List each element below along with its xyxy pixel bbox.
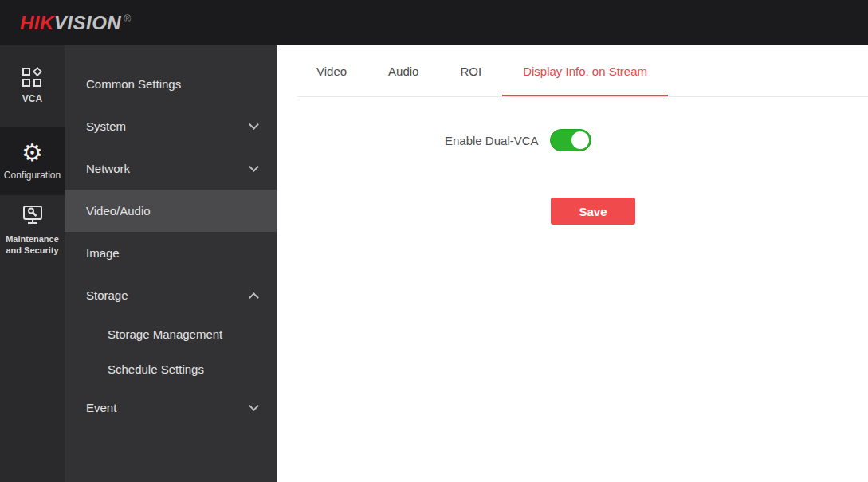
tab-bar: Video Audio ROI Display Info. on Stream [277, 45, 868, 96]
tab-bar-divider [297, 96, 868, 97]
menu-item-label: Schedule Settings [108, 362, 204, 376]
menu-item-video-audio[interactable]: Video/Audio [65, 190, 277, 232]
chevron-up-icon [249, 292, 259, 303]
vca-grid-icon [22, 68, 43, 88]
logo-hik-text: HIK [20, 12, 54, 33]
tab-display-info-on-stream[interactable]: Display Info. on Stream [523, 45, 647, 96]
enable-dual-vca-row: Enable Dual-VCA [445, 129, 868, 151]
menu-item-label: Network [86, 162, 130, 175]
menu-item-label: Common Settings [86, 77, 181, 91]
menu-item-storage-management[interactable]: Storage Management [65, 316, 277, 351]
menu-item-network[interactable]: Network [65, 147, 277, 190]
enable-dual-vca-toggle[interactable] [550, 129, 591, 151]
gear-icon: ⚙ [22, 141, 43, 165]
save-button[interactable]: Save [551, 198, 635, 225]
registered-trademark-symbol: ® [124, 14, 131, 25]
menu-item-label: Image [86, 246, 120, 260]
chevron-down-icon [249, 401, 259, 411]
tab-audio[interactable]: Audio [388, 45, 418, 96]
tab-video[interactable]: Video [316, 45, 347, 96]
menu-item-label: Event [86, 401, 116, 414]
primary-sidebar-filler [0, 265, 65, 482]
sidebar-item-maintenance-and-security[interactable]: Maintenance and Security [0, 195, 65, 265]
menu-item-common-settings[interactable]: Common Settings [65, 63, 277, 105]
primary-sidebar: VCA ⚙ Configuration Maintenance and Secu… [0, 45, 65, 482]
monitor-wrench-icon [22, 205, 44, 229]
menu-item-event[interactable]: Event [65, 386, 277, 429]
hikvision-logo: HIKVISION® [20, 12, 132, 34]
enable-dual-vca-label: Enable Dual-VCA [445, 134, 539, 147]
logo-vision-text: VISION [54, 12, 121, 33]
toggle-knob [571, 131, 589, 149]
menu-item-system[interactable]: System [65, 105, 277, 147]
menu-item-image[interactable]: Image [65, 232, 277, 274]
sidebar-item-label: Configuration [4, 170, 61, 181]
secondary-sidebar: Common Settings System Network Video/Aud… [65, 45, 277, 482]
chevron-down-icon [249, 120, 259, 130]
sidebar-item-label: Maintenance and Security [2, 233, 63, 257]
chevron-down-icon [249, 162, 259, 172]
sidebar-item-configuration[interactable]: ⚙ Configuration [0, 127, 65, 195]
menu-item-label: Storage [86, 288, 128, 302]
app-body: VCA ⚙ Configuration Maintenance and Secu… [0, 45, 868, 482]
sidebar-item-vca[interactable]: VCA [0, 45, 65, 127]
sidebar-item-label: VCA [22, 93, 42, 104]
menu-item-storage[interactable]: Storage [65, 274, 277, 316]
menu-item-label: System [86, 120, 126, 133]
menu-item-label: Video/Audio [86, 204, 151, 217]
menu-item-schedule-settings[interactable]: Schedule Settings [65, 351, 277, 386]
tab-roi[interactable]: ROI [460, 45, 481, 96]
content-panel: Video Audio ROI Display Info. on Stream … [277, 45, 868, 482]
menu-item-label: Storage Management [108, 327, 222, 341]
top-bar: HIKVISION® [0, 0, 868, 45]
